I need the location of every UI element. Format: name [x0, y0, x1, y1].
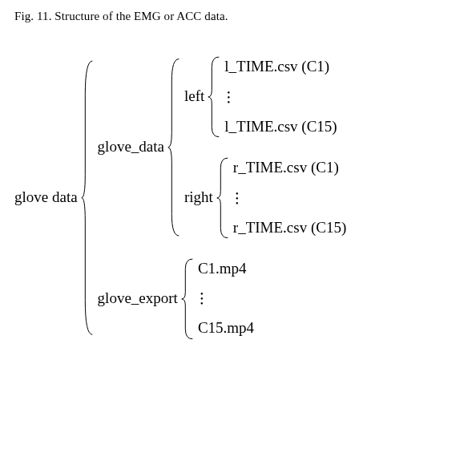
brace-icon: [207, 55, 221, 139]
branch-label: left: [184, 88, 206, 105]
leaf-file: C15.mp4: [198, 317, 254, 340]
leaf-file: r_TIME.csv (C1): [233, 156, 346, 180]
vertical-dots-icon: ●●●: [198, 291, 254, 305]
tree-root-node: glove data glove_data: [14, 55, 462, 340]
branch-label: glove_export: [98, 290, 180, 307]
brace-icon: [80, 55, 95, 340]
vertical-dots-icon: ●●●: [224, 90, 337, 104]
leaf-file: r_TIME.csv (C15): [233, 216, 346, 240]
branch-label: glove_data: [98, 139, 166, 156]
tree-diagram: glove data glove_data: [14, 55, 462, 340]
leaf-file: C1.mp4: [198, 257, 254, 281]
branch-glove-export: glove_export C1.mp4 ●●● C15.mp4: [98, 257, 347, 341]
vertical-dots-icon: ●●●: [233, 191, 346, 205]
brace-icon: [180, 257, 195, 341]
brace-icon: [216, 156, 230, 240]
branch-right: right r_TIME.csv (C1): [184, 156, 346, 240]
branch-label: right: [184, 189, 215, 206]
branch-left: left l_TIME.csv (C1): [184, 55, 346, 139]
leaf-file: l_TIME.csv (C15): [224, 115, 337, 139]
brace-icon: [167, 55, 181, 240]
branch-glove-data: glove_data left: [98, 55, 347, 240]
leaf-file: l_TIME.csv (C1): [224, 55, 337, 79]
root-label: glove data: [14, 189, 79, 206]
figure-caption: Fig. 11. Structure of the EMG or ACC dat…: [14, 10, 462, 23]
